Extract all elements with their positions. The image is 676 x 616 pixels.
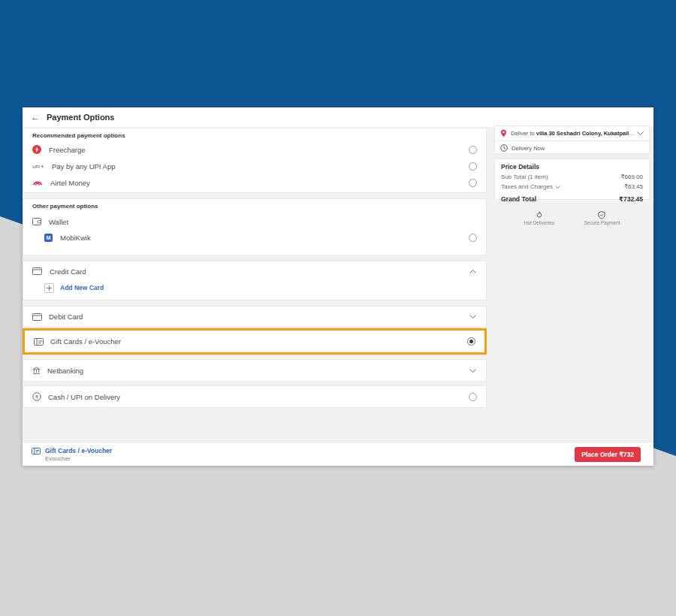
subtotal-row: Sub Total (1 item) ₹669.00 [501,174,643,180]
gift-cards-radio-selected[interactable] [467,337,475,346]
delivery-address: villa 30 Seshadri Colony, Kukatpally, Hy… [536,130,637,137]
taxes-row: Taxes and Charges ₹63.45 [501,183,643,190]
option-label: Pay by any UPI App [52,162,116,171]
option-row-freecharge[interactable]: Freecharge [23,141,486,158]
option-label: Airtel Money [50,179,90,187]
deliver-to-text: Deliver to villa 30 Seshadri Colony, Kuk… [511,130,637,137]
deliver-to-row[interactable]: Deliver to villa 30 Seshadri Colony, Kuk… [495,126,649,140]
secure-payment-label: Secure Payment [584,220,620,225]
other-options-heading: Other payment options [23,199,486,210]
svg-text:UPI: UPI [32,165,40,169]
location-pin-icon [500,129,507,137]
delivery-time-row[interactable]: Delivery Now [495,140,649,155]
shield-icon [598,211,605,219]
bank-icon [32,367,41,375]
credit-card-icon [32,267,42,275]
netbanking-section[interactable]: Netbanking [23,359,487,382]
gift-cards-label: Gift Cards / e-Voucher [50,337,121,346]
wallet-icon [32,218,41,225]
credit-card-row[interactable]: Credit Card [23,264,486,278]
add-new-card-label: Add New Card [60,284,104,291]
grand-total-label: Grand Total [501,195,536,203]
delivery-info-box: Deliver to villa 30 Seshadri Colony, Kuk… [494,125,650,154]
subtotal-label: Sub Total (1 item) [501,174,548,180]
price-details-heading: Price Details [501,163,643,171]
selected-method-summary: Gift Cards / e-Voucher Evoucher [32,447,112,462]
option-label: Freecharge [49,146,86,154]
rupee-circle-icon: ₹ [32,392,41,401]
chevron-down-icon[interactable] [469,315,476,319]
freecharge-icon [32,145,41,154]
delivery-time-label: Delivery Now [512,145,545,152]
back-button[interactable]: ← [31,112,40,122]
cod-section[interactable]: ₹ Cash / UPI on Delivery [23,385,487,408]
card-header: ← Payment Options [23,107,653,127]
debit-card-label: Debit Card [49,313,83,321]
netbanking-label: Netbanking [47,367,83,375]
taxes-expand-icon[interactable] [555,186,560,189]
cod-label: Cash / UPI on Delivery [48,393,120,401]
airtel-money-icon [32,179,43,186]
grand-total-value: ₹732.45 [619,195,643,203]
gift-card-icon [34,338,44,346]
footer-bar: Gift Cards / e-Voucher Evoucher Place Or… [23,442,653,466]
place-order-button[interactable]: Place Order ₹732 [575,447,641,462]
payment-options-card: ← Payment Options Recommended payment op… [23,107,653,466]
subtotal-value: ₹669.00 [620,174,643,180]
secure-payment-badge: Secure Payment [584,211,620,228]
page-title: Payment Options [47,113,114,122]
taxes-label: Taxes and Charges [501,183,553,190]
option-row-upi[interactable]: UPI Pay by any UPI App [23,158,486,174]
upi-icon: UPI [32,163,44,170]
clock-icon [500,144,508,152]
debit-card-icon [32,313,42,321]
add-new-card-button[interactable]: Add New Card [23,281,486,294]
price-details-box: Price Details Sub Total (1 item) ₹669.00… [494,159,650,200]
trust-badges: Hot Deliveries Secure Payment [494,211,650,228]
gift-cards-section-highlighted[interactable]: Gift Cards / e-Voucher [23,328,487,355]
airtel-radio[interactable] [469,179,477,187]
mobikwik-icon: M [44,234,53,242]
selected-method-label: Gift Cards / e-Voucher [45,447,112,454]
chevron-up-icon[interactable] [469,270,476,273]
hot-deliveries-icon [536,211,543,219]
hot-deliveries-label: Hot Deliveries [524,220,554,225]
debit-card-section[interactable]: Debit Card [23,306,487,328]
wallet-label: Wallet [49,218,68,226]
chevron-down-icon[interactable] [637,131,644,135]
recommended-options-section: Recommended payment options Freecharge U… [23,128,487,193]
credit-card-label: Credit Card [50,267,86,276]
gift-card-icon [32,448,41,454]
option-row-mobikwik[interactable]: M MobiKwik [23,229,486,246]
other-options-section: Other payment options Wallet M MobiKwik [23,198,487,255]
hot-deliveries-badge: Hot Deliveries [524,211,554,228]
wallet-group-row: Wallet [23,214,486,229]
upi-radio[interactable] [469,162,477,171]
option-label: MobiKwik [60,234,91,242]
taxes-value: ₹63.45 [624,183,643,190]
recommended-heading: Recommended payment options [23,128,486,139]
plus-icon [44,283,54,293]
option-row-airtel[interactable]: Airtel Money [23,174,486,191]
freecharge-radio[interactable] [469,146,477,154]
chevron-down-icon[interactable] [469,369,476,373]
mobikwik-radio[interactable] [469,234,477,242]
svg-text:₹: ₹ [35,394,39,400]
selected-method-sub-label: Evoucher [45,455,112,462]
grand-total-row: Grand Total ₹732.45 [501,195,643,203]
credit-card-section: Credit Card Add New Card [23,261,487,300]
cod-radio[interactable] [469,393,477,401]
